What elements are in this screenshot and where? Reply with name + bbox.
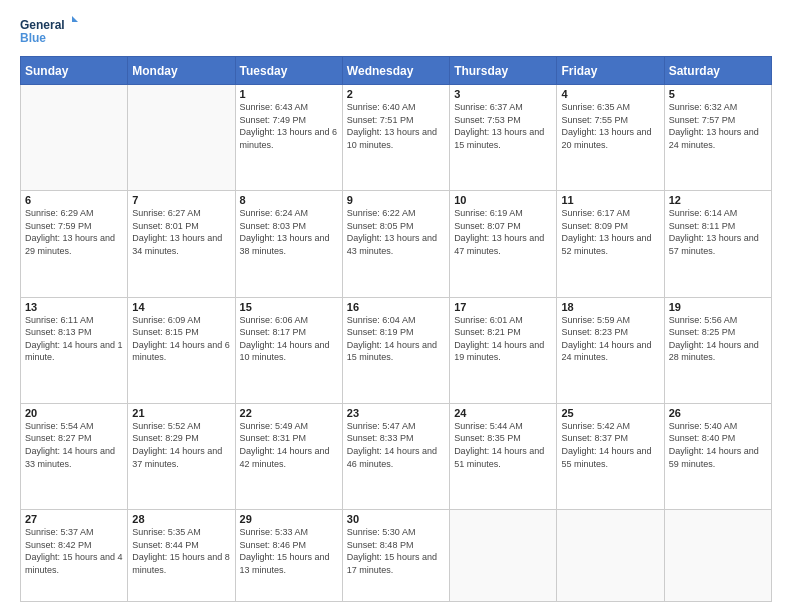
day-number: 12 <box>669 194 767 206</box>
day-info: Sunrise: 5:42 AM Sunset: 8:37 PM Dayligh… <box>561 420 659 470</box>
day-number: 5 <box>669 88 767 100</box>
calendar-cell: 3Sunrise: 6:37 AM Sunset: 7:53 PM Daylig… <box>450 85 557 191</box>
svg-marker-1 <box>72 16 78 22</box>
calendar-cell: 19Sunrise: 5:56 AM Sunset: 8:25 PM Dayli… <box>664 297 771 403</box>
day-info: Sunrise: 6:09 AM Sunset: 8:15 PM Dayligh… <box>132 314 230 364</box>
weekday-header-monday: Monday <box>128 57 235 85</box>
calendar-cell: 25Sunrise: 5:42 AM Sunset: 8:37 PM Dayli… <box>557 403 664 509</box>
day-info: Sunrise: 5:54 AM Sunset: 8:27 PM Dayligh… <box>25 420 123 470</box>
svg-text:Blue: Blue <box>20 31 46 45</box>
weekday-header-saturday: Saturday <box>664 57 771 85</box>
day-number: 11 <box>561 194 659 206</box>
day-info: Sunrise: 6:22 AM Sunset: 8:05 PM Dayligh… <box>347 207 445 257</box>
calendar-cell: 12Sunrise: 6:14 AM Sunset: 8:11 PM Dayli… <box>664 191 771 297</box>
calendar-cell: 30Sunrise: 5:30 AM Sunset: 8:48 PM Dayli… <box>342 510 449 602</box>
calendar-cell: 27Sunrise: 5:37 AM Sunset: 8:42 PM Dayli… <box>21 510 128 602</box>
day-number: 23 <box>347 407 445 419</box>
day-number: 16 <box>347 301 445 313</box>
day-info: Sunrise: 5:47 AM Sunset: 8:33 PM Dayligh… <box>347 420 445 470</box>
day-number: 28 <box>132 513 230 525</box>
calendar-cell: 26Sunrise: 5:40 AM Sunset: 8:40 PM Dayli… <box>664 403 771 509</box>
day-info: Sunrise: 6:32 AM Sunset: 7:57 PM Dayligh… <box>669 101 767 151</box>
calendar-cell: 18Sunrise: 5:59 AM Sunset: 8:23 PM Dayli… <box>557 297 664 403</box>
logo: General Blue <box>20 16 80 48</box>
day-info: Sunrise: 6:01 AM Sunset: 8:21 PM Dayligh… <box>454 314 552 364</box>
calendar-cell: 11Sunrise: 6:17 AM Sunset: 8:09 PM Dayli… <box>557 191 664 297</box>
calendar-cell: 28Sunrise: 5:35 AM Sunset: 8:44 PM Dayli… <box>128 510 235 602</box>
day-info: Sunrise: 6:24 AM Sunset: 8:03 PM Dayligh… <box>240 207 338 257</box>
calendar-table: SundayMondayTuesdayWednesdayThursdayFrid… <box>20 56 772 602</box>
day-info: Sunrise: 5:52 AM Sunset: 8:29 PM Dayligh… <box>132 420 230 470</box>
day-number: 19 <box>669 301 767 313</box>
day-number: 25 <box>561 407 659 419</box>
day-number: 14 <box>132 301 230 313</box>
calendar-cell: 14Sunrise: 6:09 AM Sunset: 8:15 PM Dayli… <box>128 297 235 403</box>
day-number: 22 <box>240 407 338 419</box>
calendar-cell <box>557 510 664 602</box>
calendar-cell <box>21 85 128 191</box>
calendar-cell: 29Sunrise: 5:33 AM Sunset: 8:46 PM Dayli… <box>235 510 342 602</box>
day-number: 26 <box>669 407 767 419</box>
weekday-header-tuesday: Tuesday <box>235 57 342 85</box>
day-number: 21 <box>132 407 230 419</box>
calendar-week-row: 1Sunrise: 6:43 AM Sunset: 7:49 PM Daylig… <box>21 85 772 191</box>
calendar-cell: 4Sunrise: 6:35 AM Sunset: 7:55 PM Daylig… <box>557 85 664 191</box>
weekday-header-sunday: Sunday <box>21 57 128 85</box>
header: General Blue <box>20 16 772 48</box>
day-number: 30 <box>347 513 445 525</box>
calendar-cell: 2Sunrise: 6:40 AM Sunset: 7:51 PM Daylig… <box>342 85 449 191</box>
day-info: Sunrise: 5:56 AM Sunset: 8:25 PM Dayligh… <box>669 314 767 364</box>
calendar-cell: 6Sunrise: 6:29 AM Sunset: 7:59 PM Daylig… <box>21 191 128 297</box>
calendar-week-row: 27Sunrise: 5:37 AM Sunset: 8:42 PM Dayli… <box>21 510 772 602</box>
day-number: 8 <box>240 194 338 206</box>
calendar-cell: 23Sunrise: 5:47 AM Sunset: 8:33 PM Dayli… <box>342 403 449 509</box>
calendar-cell: 16Sunrise: 6:04 AM Sunset: 8:19 PM Dayli… <box>342 297 449 403</box>
day-info: Sunrise: 5:59 AM Sunset: 8:23 PM Dayligh… <box>561 314 659 364</box>
day-info: Sunrise: 6:35 AM Sunset: 7:55 PM Dayligh… <box>561 101 659 151</box>
svg-text:General: General <box>20 18 65 32</box>
day-number: 24 <box>454 407 552 419</box>
day-info: Sunrise: 5:44 AM Sunset: 8:35 PM Dayligh… <box>454 420 552 470</box>
calendar-cell: 22Sunrise: 5:49 AM Sunset: 8:31 PM Dayli… <box>235 403 342 509</box>
weekday-header-wednesday: Wednesday <box>342 57 449 85</box>
weekday-header-thursday: Thursday <box>450 57 557 85</box>
day-info: Sunrise: 6:06 AM Sunset: 8:17 PM Dayligh… <box>240 314 338 364</box>
calendar-cell: 17Sunrise: 6:01 AM Sunset: 8:21 PM Dayli… <box>450 297 557 403</box>
calendar-cell: 1Sunrise: 6:43 AM Sunset: 7:49 PM Daylig… <box>235 85 342 191</box>
day-number: 29 <box>240 513 338 525</box>
calendar-cell: 15Sunrise: 6:06 AM Sunset: 8:17 PM Dayli… <box>235 297 342 403</box>
calendar-cell <box>450 510 557 602</box>
day-number: 3 <box>454 88 552 100</box>
day-info: Sunrise: 6:04 AM Sunset: 8:19 PM Dayligh… <box>347 314 445 364</box>
day-info: Sunrise: 6:27 AM Sunset: 8:01 PM Dayligh… <box>132 207 230 257</box>
calendar-week-row: 20Sunrise: 5:54 AM Sunset: 8:27 PM Dayli… <box>21 403 772 509</box>
day-info: Sunrise: 6:11 AM Sunset: 8:13 PM Dayligh… <box>25 314 123 364</box>
day-number: 17 <box>454 301 552 313</box>
calendar-cell: 8Sunrise: 6:24 AM Sunset: 8:03 PM Daylig… <box>235 191 342 297</box>
calendar-cell <box>128 85 235 191</box>
day-info: Sunrise: 5:35 AM Sunset: 8:44 PM Dayligh… <box>132 526 230 576</box>
day-number: 9 <box>347 194 445 206</box>
day-info: Sunrise: 6:17 AM Sunset: 8:09 PM Dayligh… <box>561 207 659 257</box>
day-number: 27 <box>25 513 123 525</box>
logo-svg: General Blue <box>20 16 80 48</box>
day-info: Sunrise: 6:29 AM Sunset: 7:59 PM Dayligh… <box>25 207 123 257</box>
calendar-cell: 9Sunrise: 6:22 AM Sunset: 8:05 PM Daylig… <box>342 191 449 297</box>
calendar-cell <box>664 510 771 602</box>
calendar-cell: 21Sunrise: 5:52 AM Sunset: 8:29 PM Dayli… <box>128 403 235 509</box>
day-info: Sunrise: 5:37 AM Sunset: 8:42 PM Dayligh… <box>25 526 123 576</box>
calendar-week-row: 13Sunrise: 6:11 AM Sunset: 8:13 PM Dayli… <box>21 297 772 403</box>
day-info: Sunrise: 5:30 AM Sunset: 8:48 PM Dayligh… <box>347 526 445 576</box>
day-number: 13 <box>25 301 123 313</box>
day-info: Sunrise: 6:37 AM Sunset: 7:53 PM Dayligh… <box>454 101 552 151</box>
day-number: 4 <box>561 88 659 100</box>
calendar-cell: 7Sunrise: 6:27 AM Sunset: 8:01 PM Daylig… <box>128 191 235 297</box>
day-number: 6 <box>25 194 123 206</box>
calendar-cell: 5Sunrise: 6:32 AM Sunset: 7:57 PM Daylig… <box>664 85 771 191</box>
day-info: Sunrise: 6:14 AM Sunset: 8:11 PM Dayligh… <box>669 207 767 257</box>
day-number: 20 <box>25 407 123 419</box>
calendar-page: General Blue SundayMondayTuesdayWednesda… <box>0 0 792 612</box>
calendar-cell: 13Sunrise: 6:11 AM Sunset: 8:13 PM Dayli… <box>21 297 128 403</box>
calendar-week-row: 6Sunrise: 6:29 AM Sunset: 7:59 PM Daylig… <box>21 191 772 297</box>
weekday-header-row: SundayMondayTuesdayWednesdayThursdayFrid… <box>21 57 772 85</box>
